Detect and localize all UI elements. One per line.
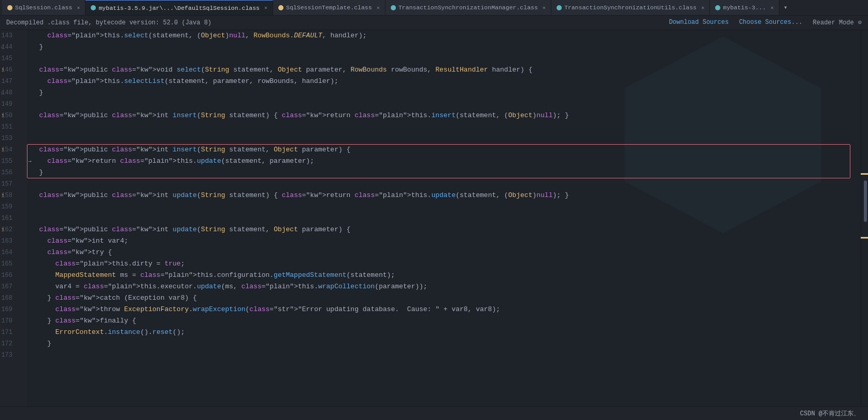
line-num-167: 167 — [0, 281, 27, 292]
code-text-166: MappedStatement ms = class="plain">this.… — [31, 270, 395, 281]
code-line-156: } — [31, 167, 861, 178]
close-tab-1[interactable]: ✕ — [77, 5, 80, 11]
code-area: 143⊖144145↑146147⊖148149↑150151153↑15415… — [0, 30, 868, 407]
code-line-148: } — [31, 87, 861, 99]
line-num-145: 145 — [0, 53, 27, 64]
line-num-153: 153 — [0, 133, 27, 144]
tab-overflow-button[interactable]: ▾ — [779, 4, 791, 11]
code-text-155: class="kw">return class="plain">this.upd… — [31, 156, 314, 167]
code-text-162: class="kw">public class="kw">int update(… — [31, 224, 350, 235]
scrollbar-mark-1 — [861, 173, 868, 175]
line-num-169: 169 — [0, 304, 27, 315]
tab-bar: SqlSession.class ✕ mybatis-3.5.9.jar\...… — [0, 0, 868, 16]
decompiled-info-text: Decompiled .class file, bytecode version… — [6, 19, 211, 26]
reader-mode-label: Reader Mode — [813, 19, 854, 26]
code-line-167: var4 = class="plain">this.executor.updat… — [31, 281, 861, 292]
code-text-168: } class="kw">catch (Exception var8) { — [31, 292, 197, 304]
code-line-165: class="plain">this.dirty = true; — [31, 258, 861, 270]
code-text-145 — [31, 53, 35, 64]
line-num-163: 163 — [0, 235, 27, 247]
line-numbers: 143⊖144145↑146147⊖148149↑150151153↑15415… — [0, 30, 27, 407]
line-num-149: 149 — [0, 99, 27, 110]
code-line-149 — [31, 99, 861, 110]
tab-icon-jar2 — [391, 5, 396, 10]
code-line-161 — [31, 213, 861, 224]
choose-sources-link[interactable]: Choose Sources... — [739, 19, 802, 26]
code-line-163: class="kw">int var4; — [31, 235, 861, 247]
code-content[interactable]: class="plain">this.select(statement, (Ob… — [27, 30, 861, 407]
code-text-169: class="kw">throw ExceptionFactory.wrapEx… — [31, 304, 500, 315]
code-line-172: } — [31, 338, 861, 349]
tab-txsyncmanager[interactable]: TransactionSynchronizationManager.class … — [386, 0, 551, 16]
code-line-154: class="kw">public class="kw">int insert(… — [31, 144, 861, 156]
code-line-171: ErrorContext.instance().reset(); — [31, 327, 861, 338]
info-bar-actions: Download Sources Choose Sources... Reade… — [669, 19, 862, 26]
fold-icon-148[interactable]: ⊖ — [1, 90, 4, 96]
override-icon-162: ↑ — [1, 227, 5, 233]
status-bar: CSDN @不肯过江东、 — [0, 407, 868, 420]
line-num-170: 170 — [0, 315, 27, 327]
tab-label-3: SqlSessionTemplate.class — [286, 4, 372, 11]
info-bar: Decompiled .class file, bytecode version… — [0, 16, 868, 30]
code-line-173 — [31, 349, 861, 361]
tab-icon-jar — [91, 5, 96, 10]
code-line-153 — [31, 133, 861, 144]
tab-icon-java — [7, 5, 12, 10]
reader-mode-area: Reader Mode ⊙ — [813, 19, 862, 26]
line-num-148: ⊖148 — [0, 87, 27, 99]
code-text-149 — [31, 99, 35, 110]
line-num-147: 147 — [0, 76, 27, 87]
line-num-156: 156 — [0, 167, 27, 178]
code-text-167: var4 = class="plain">this.executor.updat… — [31, 281, 428, 292]
code-line-147: class="plain">this.selectList(statement,… — [31, 76, 861, 87]
line-num-168: 168 — [0, 292, 27, 304]
tab-defaultsqlsession[interactable]: mybatis-3.5.9.jar\...\DefaultSqlSession.… — [86, 0, 273, 16]
line-num-157: 157 — [0, 178, 27, 190]
code-line-166: MappedStatement ms = class="plain">this.… — [31, 270, 861, 281]
code-text-161 — [31, 213, 35, 224]
override-icon-158: ↑ — [1, 192, 5, 199]
close-tab-3[interactable]: ✕ — [377, 5, 380, 11]
code-line-146: class="kw">public class="kw">void select… — [31, 64, 861, 76]
code-text-158: class="kw">public class="kw">int update(… — [31, 190, 569, 201]
code-line-155: → class="kw">return class="plain">this.u… — [31, 156, 861, 167]
line-num-162: ↑162 — [0, 224, 27, 235]
code-line-159 — [31, 201, 861, 213]
watermark-text: CSDN @不肯过江东、 — [800, 409, 860, 418]
code-line-162: class="kw">public class="kw">int update(… — [31, 224, 861, 235]
code-text-143: class="plain">this.select(statement, (Ob… — [31, 30, 367, 41]
code-line-169: class="kw">throw ExceptionFactory.wrapEx… — [31, 304, 861, 315]
close-tab-6[interactable]: ✕ — [771, 5, 774, 11]
code-line-145 — [31, 53, 861, 64]
right-scrollbar[interactable] — [861, 30, 868, 407]
tab-mybatis-extra[interactable]: mybatis-3... ✕ — [710, 0, 779, 16]
tab-txsyncutils[interactable]: TransactionSynchronizationUtils.class ✕ — [551, 0, 710, 16]
fold-icon-144[interactable]: ⊖ — [1, 45, 4, 50]
code-text-173 — [31, 349, 35, 361]
tab-sqlsession[interactable]: SqlSession.class ✕ — [2, 0, 86, 16]
code-text-148: } — [31, 87, 43, 99]
code-line-164: class="kw">try { — [31, 247, 861, 258]
tab-icon-jar4 — [715, 5, 720, 10]
tab-sqlsessiontemplate[interactable]: SqlSessionTemplate.class ✕ — [273, 0, 386, 16]
line-num-150: ↑150 — [0, 110, 27, 121]
line-num-172: 172 — [0, 338, 27, 349]
code-line-168: } class="kw">catch (Exception var8) { — [31, 292, 861, 304]
code-text-165: class="plain">this.dirty = true; — [31, 258, 185, 270]
code-text-157 — [31, 178, 35, 190]
code-text-159 — [31, 201, 35, 213]
line-num-159: 159 — [0, 201, 27, 213]
close-tab-5[interactable]: ✕ — [701, 5, 704, 11]
download-sources-link[interactable]: Download Sources — [669, 19, 729, 26]
code-line-158: class="kw">public class="kw">int update(… — [31, 190, 861, 201]
reader-mode-toggle[interactable]: ⊙ — [858, 19, 862, 26]
scrollbar-mark-2 — [861, 237, 868, 239]
tab-label-5: TransactionSynchronizationUtils.class — [564, 4, 696, 11]
tab-label-2: mybatis-3.5.9.jar\...\DefaultSqlSession.… — [98, 5, 260, 11]
tab-label-6: mybatis-3... — [723, 4, 766, 11]
close-tab-2[interactable]: ✕ — [264, 5, 267, 11]
code-line-151 — [31, 121, 861, 133]
close-tab-4[interactable]: ✕ — [543, 5, 546, 11]
scrollbar-thumb[interactable] — [864, 180, 867, 222]
tab-icon-java2 — [278, 5, 283, 10]
